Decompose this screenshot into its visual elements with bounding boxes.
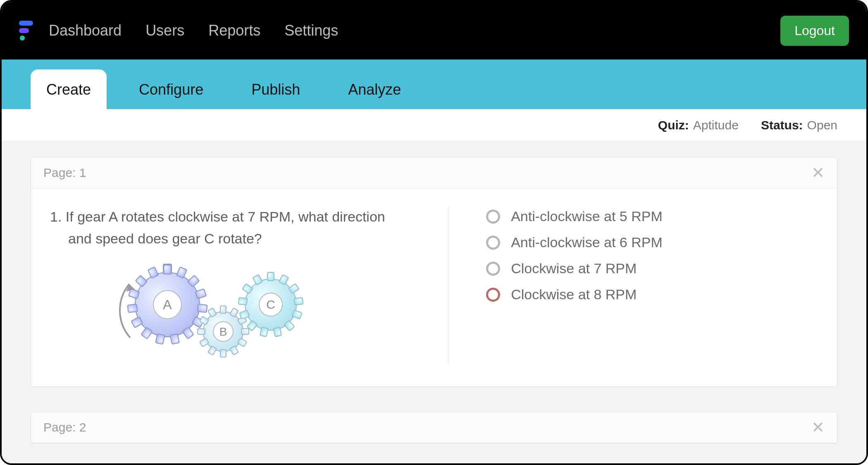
tab-configure[interactable]: Configure [123,69,219,109]
svg-rect-11 [155,334,165,344]
close-icon[interactable]: ✕ [811,420,825,435]
gear-figure: A [48,259,432,364]
svg-rect-29 [198,329,205,334]
svg-rect-26 [220,350,226,357]
svg-rect-3 [164,265,171,274]
quiz-label: Quiz: [658,118,689,132]
tab-analyze[interactable]: Analyze [332,69,417,109]
option-2[interactable]: Anti-clockwise at 6 RPM [486,234,820,250]
logout-button[interactable]: Logout [780,16,849,46]
page-card-1: Page: 1 ✕ 1. If gear A rotates clockwise… [31,157,837,387]
svg-rect-7 [198,304,207,312]
close-icon[interactable]: ✕ [811,165,825,181]
option-label: Clockwise at 8 RPM [511,286,637,303]
quiz-value: Aptitude [693,118,739,132]
question-number: 1. [50,209,62,224]
topbar: Dashboard Users Reports Settings Logout [2,2,866,60]
option-label: Anti-clockwise at 6 RPM [511,234,663,250]
option-1[interactable]: Anti-clockwise at 5 RPM [486,208,820,224]
svg-rect-44 [238,298,248,305]
page-header-label: Page: 2 [43,420,86,434]
nav-reports[interactable]: Reports [208,22,260,39]
nav-dashboard[interactable]: Dashboard [49,22,122,39]
svg-rect-10 [170,334,179,344]
option-label: Clockwise at 7 RPM [511,260,637,277]
app-frame: Dashboard Users Reports Settings Logout … [0,0,868,465]
svg-rect-38 [292,310,302,319]
svg-rect-20 [220,306,226,313]
svg-rect-41 [260,327,268,337]
question-row: 1. If gear A rotates clockwise at 7 RPM,… [31,188,837,386]
tab-create[interactable]: Create [31,69,107,109]
status-info: Status: Open [761,118,837,132]
svg-rect-43 [239,310,249,319]
svg-rect-37 [294,298,303,305]
svg-rect-14 [128,304,138,312]
svg-rect-15 [129,289,139,299]
radio-icon [486,210,500,224]
question-text: 1. If gear A rotates clockwise at 7 RPM,… [48,206,432,249]
radio-icon [486,262,500,276]
nav-settings[interactable]: Settings [284,22,338,39]
option-4[interactable]: Clockwise at 8 RPM [486,286,820,303]
info-bar: Quiz: Aptitude Status: Open [2,109,866,141]
page-header-1: Page: 1 ✕ [31,157,837,188]
question-options: Anti-clockwise at 5 RPM Anti-clockwise a… [449,206,820,364]
radio-icon [486,288,500,302]
quiz-info: Quiz: Aptitude [658,118,739,132]
tab-bar: Create Configure Publish Analyze [2,60,866,109]
content-area: Page: 1 ✕ 1. If gear A rotates clockwise… [2,141,866,463]
gears-icon: A [105,259,320,362]
radio-icon [486,236,500,250]
svg-rect-6 [196,289,206,299]
app-logo-icon [19,19,37,42]
tab-publish[interactable]: Publish [236,69,316,109]
svg-rect-40 [273,327,281,337]
status-label: Status: [761,118,803,132]
svg-rect-34 [267,272,274,281]
page-header-2: Page: 2 ✕ [31,412,837,443]
gear-c-label: C [266,298,275,311]
option-label: Anti-clockwise at 5 RPM [511,208,663,224]
option-3[interactable]: Clockwise at 7 RPM [486,260,820,277]
status-value: Open [807,118,837,132]
page-card-2: Page: 2 ✕ [31,412,837,444]
question-left: 1. If gear A rotates clockwise at 7 RPM,… [48,206,449,364]
question-line-2: and speed does gear C rotate? [50,228,415,250]
nav-users[interactable]: Users [145,22,184,39]
gear-b-label: B [219,325,227,338]
top-nav: Dashboard Users Reports Settings [49,22,338,39]
svg-rect-23 [241,329,249,334]
question-line-1: If gear A rotates clockwise at 7 RPM, wh… [66,209,385,224]
gear-a-label: A [163,297,172,312]
page-header-label: Page: 1 [43,166,86,180]
